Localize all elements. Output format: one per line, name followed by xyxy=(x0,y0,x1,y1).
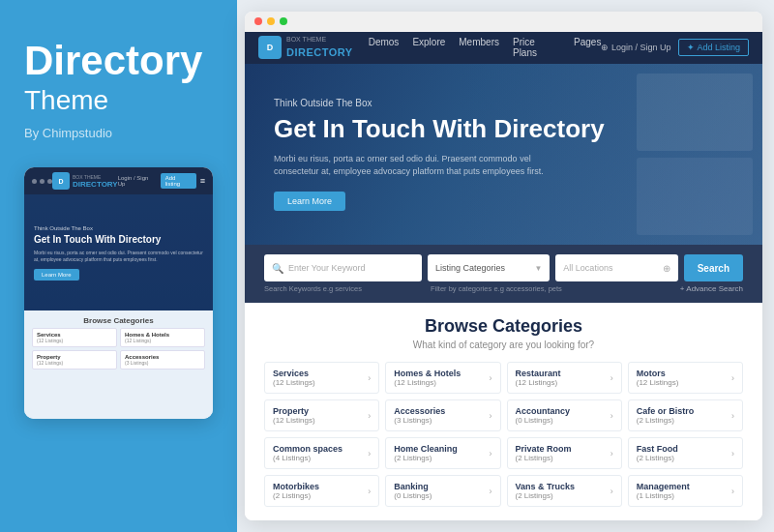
search-icon: 🔍 xyxy=(272,263,283,274)
category-item[interactable]: Common spaces (4 Listings) › xyxy=(264,437,379,469)
search-bar: 🔍 Enter Your Keyword Listing Categories … xyxy=(245,245,762,303)
mobile-login[interactable]: Login / Sign Up xyxy=(118,175,157,187)
nav-explore[interactable]: Explore xyxy=(412,37,445,58)
category-name: Private Room xyxy=(516,444,572,454)
mobile-dots xyxy=(32,179,52,184)
mobile-hero-cta[interactable]: Learn More xyxy=(34,269,79,281)
nav-logo-sub: BOX THEME xyxy=(286,36,353,43)
nav-price-plans[interactable]: Price Plans xyxy=(513,37,560,58)
category-item[interactable]: Vans & Trucks (2 Listings) › xyxy=(507,475,622,507)
mobile-header: D BOX THEME DIRECTORY Login / Sign Up Ad… xyxy=(24,167,213,194)
search-input-wrap[interactable]: 🔍 Enter Your Keyword xyxy=(264,254,422,281)
category-item[interactable]: Private Room (2 Listings) › xyxy=(507,437,622,469)
category-name: Accountancy xyxy=(516,406,571,416)
category-name: Fast Food xyxy=(637,444,678,454)
hero-title: Get In Touch With Directory xyxy=(274,114,733,144)
categories-title: Browse Categories xyxy=(264,316,743,337)
chevron-right-icon: › xyxy=(610,411,613,421)
nav-demos[interactable]: Demos xyxy=(369,37,400,58)
category-item[interactable]: Property (12 Listings) › xyxy=(264,399,379,431)
categories-grid: Services (12 Listings) › Homes & Hotels … xyxy=(264,362,743,507)
location-select[interactable]: All Locations ⊕ xyxy=(555,254,677,281)
category-item[interactable]: Home Cleaning (2 Listings) › xyxy=(385,437,500,469)
category-name: Banking xyxy=(394,482,432,491)
category-item[interactable]: Cafe or Bistro (2 Listings) › xyxy=(628,399,743,431)
chevron-right-icon: › xyxy=(490,411,492,421)
minimize-dot[interactable] xyxy=(267,17,275,25)
mobile-hero-content: Think Outside The Box Get In Touch With … xyxy=(34,225,203,281)
hero-cta-btn[interactable]: Learn More xyxy=(274,192,345,211)
nav-right: ⊕ Login / Sign Up ✦ Add Listing xyxy=(601,39,749,56)
search-hint1: Search Keywords e.g services xyxy=(264,284,431,293)
category-name: Homes & Hotels xyxy=(394,369,461,378)
category-count: (2 Listings) xyxy=(516,491,576,500)
category-item[interactable]: Accountancy (0 Listings) › xyxy=(507,399,622,431)
desktop-titlebar xyxy=(245,12,762,32)
category-count: (12 Listings) xyxy=(273,378,315,387)
hamburger-icon[interactable]: ≡ xyxy=(200,176,205,186)
nav-add-listing[interactable]: ✦ Add Listing xyxy=(678,39,749,56)
category-name: Accessories xyxy=(394,406,445,416)
chevron-right-icon: › xyxy=(490,487,492,496)
chevron-right-icon: › xyxy=(610,487,613,496)
search-input[interactable]: Enter Your Keyword xyxy=(288,263,414,273)
category-item[interactable]: Accessories (3 Listings) › xyxy=(385,399,500,431)
mobile-hero-title: Get In Touch With Directory xyxy=(34,234,203,246)
hero-eyebrow: Think Outside The Box xyxy=(274,98,733,108)
mobile-add-btn[interactable]: Add listing xyxy=(161,173,196,189)
chevron-right-icon: › xyxy=(490,373,492,383)
chevron-right-icon: › xyxy=(368,449,371,458)
category-item[interactable]: Fast Food (2 Listings) › xyxy=(628,437,743,469)
mobile-logo-main: DIRECTORY xyxy=(73,180,118,189)
desktop-mockup: D BOX THEME DIRECTORY Demos Explore Memb… xyxy=(245,12,762,520)
mobile-hero-desc: Morbi eu risus, porta ac orner sed odio … xyxy=(34,250,203,263)
category-item[interactable]: Restaurant (12 Listings) › xyxy=(507,362,622,394)
category-item[interactable]: Motors (12 Listings) › xyxy=(628,362,743,394)
nav-logo-main: DIRECTORY xyxy=(286,46,353,58)
category-item[interactable]: Motorbikes (2 Listings) › xyxy=(264,475,379,507)
chevron-right-icon: › xyxy=(731,373,734,383)
chevron-down-icon: ▼ xyxy=(534,264,542,273)
category-count: (0 Listings) xyxy=(516,416,571,425)
category-name: Property xyxy=(273,406,315,416)
left-panel: Directory Theme By Chimpstudio D BOX THE… xyxy=(0,0,237,532)
category-count: (12 Listings) xyxy=(637,378,679,387)
category-item[interactable]: Services (12 Listings) › xyxy=(264,362,379,394)
category-name: Motorbikes xyxy=(273,482,319,491)
advance-search[interactable]: + Advance Search xyxy=(680,284,743,293)
mobile-logo: D BOX THEME DIRECTORY xyxy=(52,172,118,190)
chevron-right-icon: › xyxy=(731,487,734,496)
category-item[interactable]: Homes & Hotels (12 Listings) › xyxy=(385,362,500,394)
category-count: (2 Listings) xyxy=(394,454,458,462)
category-count: (2 Listings) xyxy=(637,454,678,462)
close-dot[interactable] xyxy=(254,17,262,25)
dot1 xyxy=(32,179,37,184)
category-item[interactable]: Management (1 Listings) › xyxy=(628,475,743,507)
chevron-right-icon: › xyxy=(731,449,734,458)
subtitle: Theme xyxy=(24,85,213,116)
mobile-hero-eyebrow: Think Outside The Box xyxy=(34,225,203,231)
nav-pages[interactable]: Pages xyxy=(574,37,601,58)
nav-logo: D BOX THEME DIRECTORY xyxy=(258,36,353,60)
chevron-right-icon: › xyxy=(368,487,371,496)
by-line: By Chimpstudio xyxy=(24,126,213,140)
category-count: (1 Listings) xyxy=(637,491,690,500)
hero-desc: Morbi eu risus, porta ac orner sed odio … xyxy=(274,153,564,179)
chevron-right-icon: › xyxy=(368,411,371,421)
desktop-hero: Think Outside The Box Get In Touch With … xyxy=(245,64,762,245)
category-name: Restaurant xyxy=(516,369,561,378)
mobile-body: Browse Categories Services (12 Listings)… xyxy=(24,310,213,419)
maximize-dot[interactable] xyxy=(280,17,287,25)
category-count: (12 Listings) xyxy=(516,378,561,387)
nav-members[interactable]: Members xyxy=(459,37,499,58)
category-name: Management xyxy=(637,482,690,491)
category-name: Common spaces xyxy=(273,444,342,454)
category-select[interactable]: Listing Categories ▼ xyxy=(428,254,550,281)
right-panel: D BOX THEME DIRECTORY Demos Explore Memb… xyxy=(237,0,774,532)
category-count: (2 Listings) xyxy=(273,491,319,500)
category-item[interactable]: Banking (0 Listings) › xyxy=(385,475,500,507)
search-button[interactable]: Search xyxy=(684,254,743,281)
mobile-nav-right: Login / Sign Up Add listing ≡ xyxy=(118,173,205,189)
desktop-nav: D BOX THEME DIRECTORY Demos Explore Memb… xyxy=(245,32,762,65)
nav-login[interactable]: ⊕ Login / Sign Up xyxy=(601,43,670,52)
